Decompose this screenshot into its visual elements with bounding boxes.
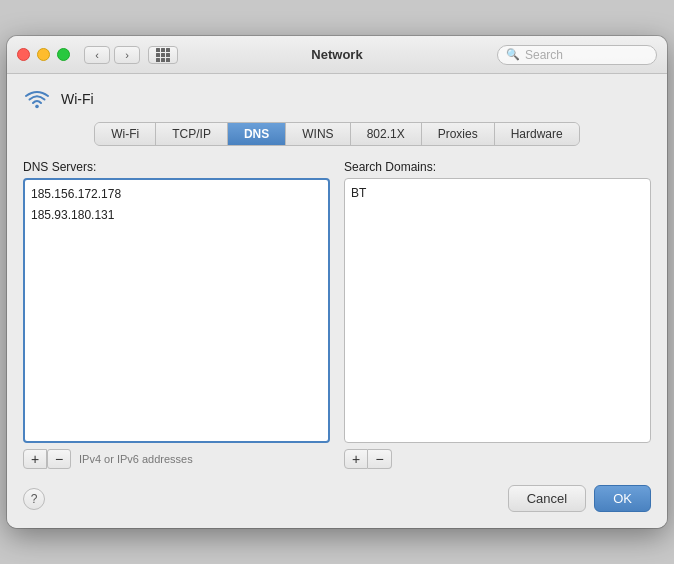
help-button[interactable]: ?	[23, 488, 45, 510]
tab-hardware[interactable]: Hardware	[495, 123, 579, 145]
dns-servers-label: DNS Servers:	[23, 160, 330, 174]
domain-remove-button[interactable]: −	[368, 449, 392, 469]
traffic-lights	[17, 48, 70, 61]
bottom-bar: ? Cancel OK	[23, 481, 651, 512]
forward-button[interactable]: ›	[114, 46, 140, 64]
tab-8021x[interactable]: 802.1X	[351, 123, 422, 145]
tab-wins[interactable]: WINS	[286, 123, 350, 145]
dns-entry-2: 185.93.180.131	[29, 205, 324, 226]
wifi-label: Wi-Fi	[61, 91, 94, 107]
tab-tcpip[interactable]: TCP/IP	[156, 123, 228, 145]
search-domains-col: Search Domains: BT + −	[344, 160, 651, 469]
domain-entry-1: BT	[349, 183, 646, 204]
search-domains-controls: + −	[344, 449, 651, 469]
grid-icon	[156, 48, 170, 62]
minimize-button[interactable]	[37, 48, 50, 61]
tab-wifi[interactable]: Wi-Fi	[95, 123, 156, 145]
tabs-container: Wi-Fi TCP/IP DNS WINS 802.1X Proxies Har…	[23, 122, 651, 146]
dns-remove-button[interactable]: −	[47, 449, 71, 469]
dns-servers-col: DNS Servers: 185.156.172.178 185.93.180.…	[23, 160, 330, 469]
search-input[interactable]	[525, 48, 648, 62]
dns-entry-1: 185.156.172.178	[29, 184, 324, 205]
tab-proxies[interactable]: Proxies	[422, 123, 495, 145]
svg-point-0	[35, 105, 39, 109]
action-buttons: Cancel OK	[508, 485, 651, 512]
tabs: Wi-Fi TCP/IP DNS WINS 802.1X Proxies Har…	[94, 122, 579, 146]
search-bar[interactable]: 🔍	[497, 45, 657, 65]
window-title: Network	[311, 47, 362, 62]
domain-add-button[interactable]: +	[344, 449, 368, 469]
grid-button[interactable]	[148, 46, 178, 64]
dns-panel: DNS Servers: 185.156.172.178 185.93.180.…	[23, 160, 651, 469]
content-area: Wi-Fi Wi-Fi TCP/IP DNS WINS 802.1X Proxi…	[7, 74, 667, 528]
cancel-button[interactable]: Cancel	[508, 485, 586, 512]
wifi-icon	[23, 88, 51, 110]
ok-button[interactable]: OK	[594, 485, 651, 512]
close-button[interactable]	[17, 48, 30, 61]
back-button[interactable]: ‹	[84, 46, 110, 64]
dns-servers-controls: + − IPv4 or IPv6 addresses	[23, 449, 330, 469]
search-domains-list[interactable]: BT	[344, 178, 651, 443]
maximize-button[interactable]	[57, 48, 70, 61]
dns-servers-list[interactable]: 185.156.172.178 185.93.180.131	[23, 178, 330, 443]
wifi-header: Wi-Fi	[23, 88, 651, 110]
search-domains-label: Search Domains:	[344, 160, 651, 174]
tab-dns[interactable]: DNS	[228, 123, 286, 145]
dns-hint: IPv4 or IPv6 addresses	[79, 453, 193, 465]
dns-add-button[interactable]: +	[23, 449, 47, 469]
nav-buttons: ‹ ›	[84, 46, 140, 64]
search-icon: 🔍	[506, 48, 520, 61]
titlebar: ‹ › Network 🔍	[7, 36, 667, 74]
network-window: ‹ › Network 🔍 Wi-Fi	[7, 36, 667, 528]
